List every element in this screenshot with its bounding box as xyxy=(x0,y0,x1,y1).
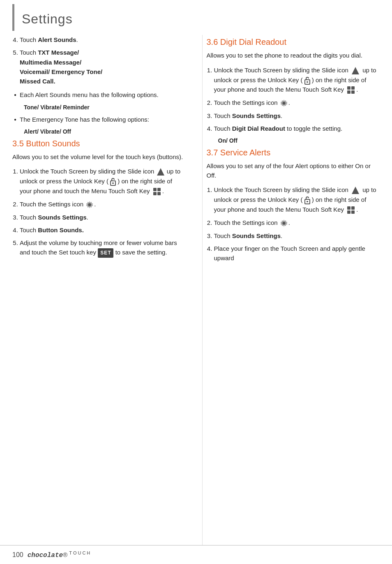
step-35-1: Unlock the Touch Screen by sliding the S… xyxy=(20,166,186,196)
brand-word: chocolate xyxy=(28,552,63,559)
svg-rect-3 xyxy=(153,188,157,191)
bullet-item-2: The Emergency Tone has the following opt… xyxy=(14,115,186,124)
left-column: Touch Alert Sounds. Touch TXT Message/Mu… xyxy=(12,35,190,545)
step-36-3: Touch Sounds Settings. xyxy=(214,111,380,120)
set-button: SET xyxy=(98,248,113,258)
svg-marker-9 xyxy=(352,67,359,74)
step-37-3: Touch Sounds Settings. xyxy=(214,231,380,240)
svg-point-16 xyxy=(282,102,285,104)
settings-icon-37-2 xyxy=(279,219,288,228)
menu-icon-35-1 xyxy=(152,187,161,196)
slide-icon-36-1 xyxy=(351,66,360,75)
step-35-5: Adjust the volume by touching more or fe… xyxy=(20,238,186,258)
list-item: Touch Alert Sounds. xyxy=(20,35,186,44)
main-content: Touch Alert Sounds. Touch TXT Message/Mu… xyxy=(0,31,392,545)
svg-rect-23 xyxy=(351,210,355,214)
page: Settings Touch Alert Sounds. Touch TXT M… xyxy=(0,0,392,564)
step-35-2: Touch the Settings icon . xyxy=(20,199,186,209)
svg-rect-4 xyxy=(157,188,161,191)
alert-sounds-label: Alert Sounds xyxy=(38,36,76,43)
step-35-4: Touch Button Sounds. xyxy=(20,225,186,235)
bullet-list-2: The Emergency Tone has the following opt… xyxy=(14,115,186,124)
txt-message-label: TXT Message/Multimedia Message/Voicemail… xyxy=(20,49,102,85)
right-column: 3.6 Digit Dial Readout Allows you to set… xyxy=(202,35,380,545)
bullet-item: Each Alert Sounds menu has the following… xyxy=(14,90,186,99)
svg-rect-19 xyxy=(307,201,308,202)
step-37-4: Place your finger on the Touch Screen an… xyxy=(214,244,380,263)
step-36-1: Unlock the Touch Screen by sliding the S… xyxy=(214,65,380,95)
on-off-36: On/ Off xyxy=(218,137,380,144)
svg-rect-2 xyxy=(112,183,114,184)
svg-rect-21 xyxy=(351,206,355,210)
section-37-desc: Allows you to set any of the four Alert … xyxy=(207,162,380,180)
step-37-2: Touch the Settings icon . xyxy=(214,218,380,228)
footer-brand: chocolate® TOUCH xyxy=(28,550,92,559)
svg-point-8 xyxy=(88,203,91,206)
settings-icon-36-2 xyxy=(279,99,288,108)
slide-icon-37-1 xyxy=(351,186,360,195)
page-title: Settings xyxy=(22,12,73,27)
menu-icon-36-1 xyxy=(346,86,355,95)
svg-rect-22 xyxy=(347,210,350,214)
svg-rect-20 xyxy=(347,206,350,210)
unlock-key-icon-36-1 xyxy=(304,76,310,85)
svg-rect-15 xyxy=(351,90,355,94)
section-36-desc: Allows you to set the phone to readout t… xyxy=(207,51,380,60)
unlock-key-icon-35-1 xyxy=(110,178,116,186)
tone-vibrate-reminder: Tone/ Vibrate/ Reminder xyxy=(24,104,186,111)
list-item: Touch TXT Message/Multimedia Message/Voi… xyxy=(20,48,186,86)
svg-rect-12 xyxy=(347,86,350,90)
section-35-steps: Unlock the Touch Screen by sliding the S… xyxy=(20,166,186,257)
svg-rect-11 xyxy=(307,81,308,83)
svg-marker-0 xyxy=(157,168,164,176)
bullet-text: Each Alert Sounds menu has the following… xyxy=(20,90,159,99)
page-header: Settings xyxy=(12,4,380,31)
section-35-heading: 3.5 Button Sounds xyxy=(12,139,186,148)
section-37-heading: 3.7 Service Alerts xyxy=(207,148,380,157)
menu-icon-37-1 xyxy=(346,206,355,215)
page-footer: 100 chocolate® TOUCH xyxy=(0,545,392,564)
section-36-steps: Unlock the Touch Screen by sliding the S… xyxy=(214,65,380,134)
step-35-3: Touch Sounds Settings. xyxy=(20,213,186,222)
brand-suffix: TOUCH xyxy=(69,550,91,555)
step-36-4: Touch Digit Dial Readout to toggle the s… xyxy=(214,124,380,133)
svg-rect-6 xyxy=(157,192,161,195)
unlock-key-icon-37-1 xyxy=(304,196,310,204)
top-list: Touch Alert Sounds. Touch TXT Message/Mu… xyxy=(20,35,186,86)
step-36-2: Touch the Settings icon . xyxy=(214,98,380,108)
svg-marker-17 xyxy=(352,187,359,194)
slide-icon-35-1 xyxy=(156,167,165,176)
step-37-1: Unlock the Touch Screen by sliding the S… xyxy=(214,185,380,214)
section-37-steps: Unlock the Touch Screen by sliding the S… xyxy=(214,185,380,263)
bullet-text-2: The Emergency Tone has the following opt… xyxy=(20,115,149,124)
settings-icon-35-2 xyxy=(85,200,94,209)
svg-rect-14 xyxy=(347,90,350,94)
footer-page-number: 100 xyxy=(12,551,23,559)
alert-vibrate-off: Alert/ Vibrate/ Off xyxy=(24,128,186,135)
bullet-list: Each Alert Sounds menu has the following… xyxy=(14,90,186,99)
svg-point-24 xyxy=(282,222,285,224)
section-35-desc: Allows you to set the volume level for t… xyxy=(12,153,186,162)
section-36-heading: 3.6 Digit Dial Readout xyxy=(207,37,380,47)
svg-rect-5 xyxy=(153,192,157,195)
svg-rect-13 xyxy=(351,86,355,90)
